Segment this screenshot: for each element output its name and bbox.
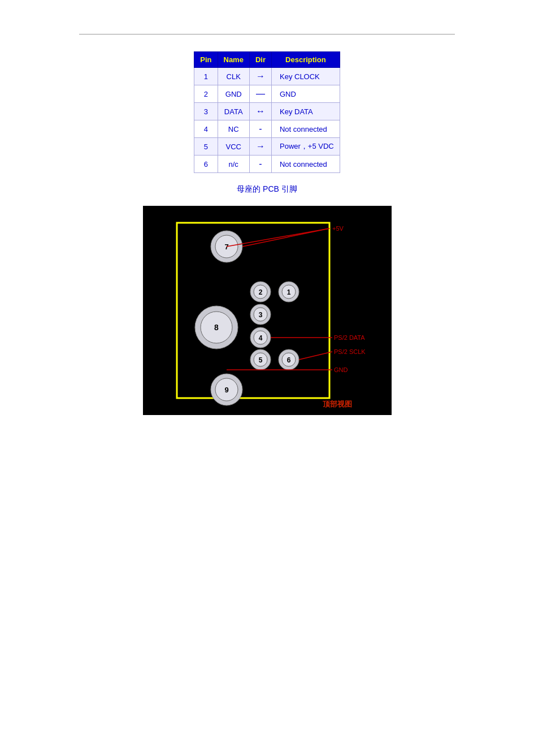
cell-pin: 5: [194, 138, 218, 155]
svg-text:5: 5: [258, 356, 262, 364]
svg-text:PS/2 SCLK: PS/2 SCLK: [334, 348, 366, 355]
cell-name: n/c: [218, 155, 249, 173]
svg-text:4: 4: [258, 334, 262, 342]
page-container: Pin Name Dir Description 1CLK→Key CLOCK2…: [0, 0, 534, 756]
table-row: 2GND—GND: [194, 85, 340, 103]
cell-desc: Key DATA: [271, 103, 340, 120]
cell-dir: —: [249, 85, 271, 103]
cell-pin: 6: [194, 155, 218, 173]
cell-desc: Not connected: [271, 120, 340, 138]
cell-desc: Key CLOCK: [271, 68, 340, 85]
pin-table: Pin Name Dir Description 1CLK→Key CLOCK2…: [194, 51, 340, 173]
pcb-diagram: 7 +5V 2 1 3: [79, 206, 455, 387]
cell-dir: →: [249, 68, 271, 85]
cell-desc: Not connected: [271, 155, 340, 173]
pcb-svg-wrapper: 7 +5V 2 1 3: [143, 206, 392, 387]
pcb-caption: 母座的 PCB 引脚: [79, 184, 455, 195]
cell-desc: Power，+5 VDC: [271, 138, 340, 155]
cell-name: CLK: [218, 68, 249, 85]
svg-text:8: 8: [214, 323, 219, 332]
cell-name: GND: [218, 85, 249, 103]
svg-text:2: 2: [258, 288, 262, 296]
svg-text:7: 7: [224, 243, 228, 251]
cell-pin: 1: [194, 68, 218, 85]
col-dir: Dir: [249, 52, 271, 68]
svg-text:+5V: +5V: [332, 225, 344, 232]
cell-desc: GND: [271, 85, 340, 103]
table-row: 1CLK→Key CLOCK: [194, 68, 340, 85]
cell-name: NC: [218, 120, 249, 138]
col-pin: Pin: [194, 52, 218, 68]
cell-pin: 2: [194, 85, 218, 103]
col-desc: Description: [271, 52, 340, 68]
svg-text:6: 6: [286, 356, 290, 364]
cell-name: VCC: [218, 138, 249, 155]
svg-text:GND: GND: [334, 366, 348, 373]
pcb-svg: 7 +5V 2 1 3: [143, 206, 392, 415]
pin-table-wrapper: Pin Name Dir Description 1CLK→Key CLOCK2…: [79, 51, 455, 173]
top-divider: [79, 34, 455, 34]
cell-pin: 4: [194, 120, 218, 138]
cell-name: DATA: [218, 103, 249, 120]
svg-text:1: 1: [286, 288, 290, 296]
table-row: 4NC-Not connected: [194, 120, 340, 138]
col-name: Name: [218, 52, 249, 68]
cell-dir: ↔: [249, 103, 271, 120]
table-row: 3DATA↔Key DATA: [194, 103, 340, 120]
table-row: 6n/c-Not connected: [194, 155, 340, 173]
cell-dir: →: [249, 138, 271, 155]
svg-text:9: 9: [224, 386, 228, 394]
svg-text:3: 3: [258, 311, 262, 319]
cell-dir: -: [249, 155, 271, 173]
svg-text:PS/2 DATA: PS/2 DATA: [334, 334, 365, 341]
cell-pin: 3: [194, 103, 218, 120]
svg-text:顶部视图: 顶部视图: [323, 400, 352, 408]
cell-dir: -: [249, 120, 271, 138]
table-row: 5VCC→Power，+5 VDC: [194, 138, 340, 155]
